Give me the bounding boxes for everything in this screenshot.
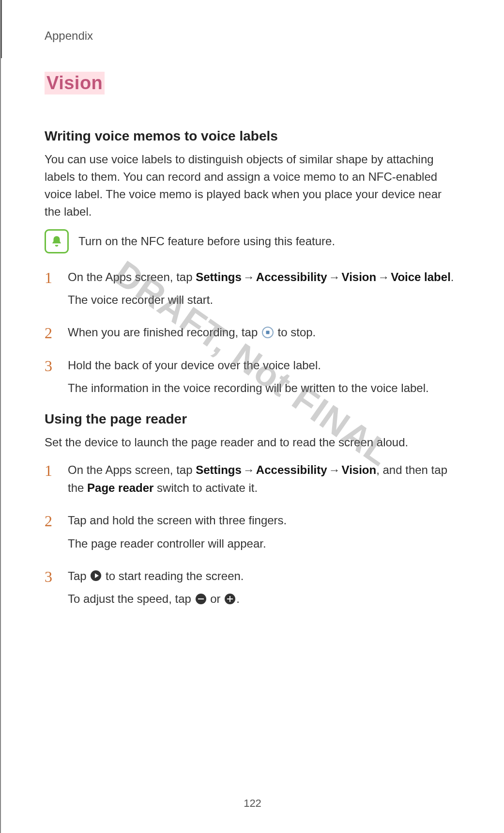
- bell-icon: [45, 229, 69, 253]
- step-3: Tap to start reading the screen. To adju…: [45, 567, 460, 608]
- arrow-icon: →: [378, 268, 389, 286]
- step-text: Hold the back of your device over the vo…: [68, 359, 321, 372]
- step-subtext: The voice recorder will start.: [68, 291, 460, 309]
- label-vision: Vision: [342, 463, 377, 476]
- step-text-after: to stop.: [275, 326, 316, 339]
- step-text: On the Apps screen, tap: [68, 270, 196, 283]
- label-settings: Settings: [196, 463, 242, 476]
- step-1: On the Apps screen, tap Settings → Acces…: [45, 461, 460, 497]
- plus-icon: [225, 594, 235, 604]
- speed-text: To adjust the speed, tap: [68, 592, 195, 605]
- step-subtext: The page reader controller will appear.: [68, 534, 460, 552]
- period: .: [451, 270, 454, 283]
- step-text: When you are finished recording, tap: [68, 326, 261, 339]
- step-text: On the Apps screen, tap: [68, 463, 196, 476]
- step-text: Tap and hold the screen with three finge…: [68, 514, 287, 527]
- step-3: Hold the back of your device over the vo…: [45, 356, 460, 397]
- note-callout: Turn on the NFC feature before using thi…: [45, 229, 460, 253]
- section-heading-voice-labels: Writing voice memos to voice labels: [45, 128, 460, 144]
- arrow-icon: →: [329, 461, 340, 479]
- step-1: On the Apps screen, tap Settings → Acces…: [45, 268, 460, 309]
- arrow-icon: →: [243, 461, 255, 479]
- intro-paragraph: Set the device to launch the page reader…: [45, 434, 460, 451]
- note-text: Turn on the NFC feature before using thi…: [78, 235, 335, 248]
- label-accessibility: Accessibility: [256, 270, 327, 283]
- step-text-end: switch to activate it.: [153, 481, 258, 494]
- step-subtext: The information in the voice recording w…: [68, 379, 460, 397]
- stop-icon: [262, 327, 274, 338]
- step-2: When you are finished recording, tap to …: [45, 323, 460, 341]
- intro-paragraph: You can use voice labels to distinguish …: [45, 151, 460, 220]
- step-subtext: To adjust the speed, tap or .: [68, 590, 460, 608]
- minus-icon: [196, 594, 206, 604]
- section-header: Appendix: [45, 29, 460, 43]
- label-page-reader: Page reader: [87, 481, 153, 494]
- step-text-after: to start reading the screen.: [102, 569, 244, 582]
- document-page: Appendix Vision Writing voice memos to v…: [0, 0, 504, 833]
- section-heading-page-reader: Using the page reader: [45, 411, 460, 427]
- arrow-icon: →: [329, 268, 340, 286]
- page-title: Vision: [45, 72, 105, 94]
- label-vision: Vision: [342, 270, 377, 283]
- end-period: .: [236, 592, 240, 605]
- step-2: Tap and hold the screen with three finge…: [45, 511, 460, 552]
- arrow-icon: →: [243, 268, 255, 286]
- label-settings: Settings: [196, 270, 242, 283]
- or-text: or: [207, 592, 224, 605]
- steps-voice-labels: On the Apps screen, tap Settings → Acces…: [45, 268, 460, 397]
- step-text: Tap: [68, 569, 90, 582]
- label-voice-label: Voice label: [391, 270, 451, 283]
- play-icon: [91, 570, 101, 581]
- page-number: 122: [1, 797, 504, 810]
- label-accessibility: Accessibility: [256, 463, 327, 476]
- steps-page-reader: On the Apps screen, tap Settings → Acces…: [45, 461, 460, 608]
